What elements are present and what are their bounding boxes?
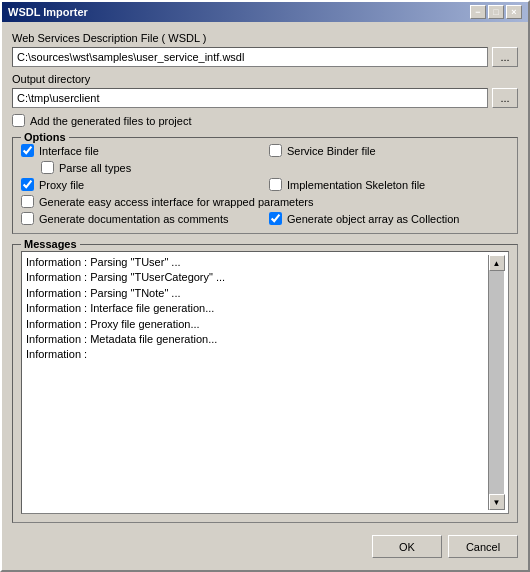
scroll-down-button[interactable]: ▼ [489, 494, 505, 510]
message-line-3: Information : Parsing "TNote" ... [26, 286, 488, 301]
wsdl-input[interactable] [12, 47, 488, 67]
message-line-6: Information : Metadata file generation..… [26, 332, 488, 347]
output-label: Output directory [12, 73, 518, 85]
message-line-4: Information : Interface file generation.… [26, 301, 488, 316]
message-line-2: Information : Parsing "TUserCategory" ..… [26, 270, 488, 285]
proxy-file-label: Proxy file [39, 179, 84, 191]
options-col-left-2: Proxy file [21, 178, 261, 191]
button-row: OK Cancel [12, 529, 518, 560]
options-col-left-1: Interface file [21, 144, 261, 157]
scroll-track[interactable] [489, 271, 504, 494]
wsdl-label: Web Services Description File ( WSDL ) [12, 32, 518, 44]
gen-docs-label: Generate documentation as comments [39, 213, 229, 225]
gen-object-array-label: Generate object array as Collection [287, 213, 459, 225]
messages-group: Messages Information : Parsing "TUser" .… [12, 244, 518, 523]
impl-skeleton-label: Implementation Skeleton file [287, 179, 425, 191]
output-field-group: Output directory ... [12, 73, 518, 108]
service-binder-row: Service Binder file [269, 144, 376, 157]
gen-docs-row: Generate documentation as comments [21, 212, 229, 225]
options-group: Options Interface file Service Binder fi… [12, 137, 518, 234]
options-col-right-2: Implementation Skeleton file [269, 178, 509, 191]
window-content: Web Services Description File ( WSDL ) .… [2, 22, 528, 570]
gen-object-array-row: Generate object array as Collection [269, 212, 459, 225]
easy-access-checkbox[interactable] [21, 195, 34, 208]
add-files-label: Add the generated files to project [30, 115, 191, 127]
options-col-right-3: Generate object array as Collection [269, 212, 509, 225]
impl-skeleton-checkbox[interactable] [269, 178, 282, 191]
ok-button[interactable]: OK [372, 535, 442, 558]
proxy-file-checkbox[interactable] [21, 178, 34, 191]
add-files-row: Add the generated files to project [12, 114, 518, 127]
options-group-title: Options [21, 131, 69, 143]
wsdl-field-group: Web Services Description File ( WSDL ) .… [12, 32, 518, 67]
easy-access-row: Generate easy access interface for wrapp… [21, 195, 314, 208]
output-input[interactable] [12, 88, 488, 108]
parse-all-types-row: Parse all types [41, 161, 131, 174]
options-row-docs-collection: Generate documentation as comments Gener… [21, 212, 509, 225]
interface-file-row: Interface file [21, 144, 99, 157]
gen-object-array-checkbox[interactable] [269, 212, 282, 225]
message-line-7: Information : [26, 347, 488, 362]
maximize-button[interactable]: □ [488, 5, 504, 19]
options-row-easy-access: Generate easy access interface for wrapp… [21, 195, 509, 208]
wsdl-importer-window: WSDL Importer − □ × Web Services Descrip… [0, 0, 530, 572]
add-files-checkbox[interactable] [12, 114, 25, 127]
output-browse-button[interactable]: ... [492, 88, 518, 108]
service-binder-label: Service Binder file [287, 145, 376, 157]
options-row-2: Proxy file Implementation Skeleton file [21, 178, 509, 191]
window-title: WSDL Importer [8, 6, 88, 18]
messages-content: Information : Parsing "TUser" ... Inform… [21, 251, 509, 514]
options-col-right-1: Service Binder file [269, 144, 509, 157]
message-line-5: Information : Proxy file generation... [26, 317, 488, 332]
cancel-button[interactable]: Cancel [448, 535, 518, 558]
title-bar: WSDL Importer − □ × [2, 2, 528, 22]
options-col-left-3: Generate documentation as comments [21, 212, 261, 225]
messages-group-title: Messages [21, 238, 80, 250]
messages-text: Information : Parsing "TUser" ... Inform… [26, 255, 488, 510]
parse-all-types-checkbox[interactable] [41, 161, 54, 174]
options-row-1: Interface file Service Binder file [21, 144, 509, 157]
parse-all-types-label: Parse all types [59, 162, 131, 174]
messages-scrollbar: ▲ ▼ [488, 255, 504, 510]
interface-file-checkbox[interactable] [21, 144, 34, 157]
options-grid: Interface file Service Binder file Parse… [21, 144, 509, 225]
options-row-parse: Parse all types [41, 161, 509, 174]
minimize-button[interactable]: − [470, 5, 486, 19]
output-field-row: ... [12, 88, 518, 108]
service-binder-checkbox[interactable] [269, 144, 282, 157]
message-line-1: Information : Parsing "TUser" ... [26, 255, 488, 270]
scroll-up-button[interactable]: ▲ [489, 255, 505, 271]
close-button[interactable]: × [506, 5, 522, 19]
easy-access-label: Generate easy access interface for wrapp… [39, 196, 314, 208]
proxy-file-row: Proxy file [21, 178, 84, 191]
wsdl-field-row: ... [12, 47, 518, 67]
wsdl-browse-button[interactable]: ... [492, 47, 518, 67]
impl-skeleton-row: Implementation Skeleton file [269, 178, 425, 191]
gen-docs-checkbox[interactable] [21, 212, 34, 225]
interface-file-label: Interface file [39, 145, 99, 157]
title-bar-buttons: − □ × [470, 5, 522, 19]
